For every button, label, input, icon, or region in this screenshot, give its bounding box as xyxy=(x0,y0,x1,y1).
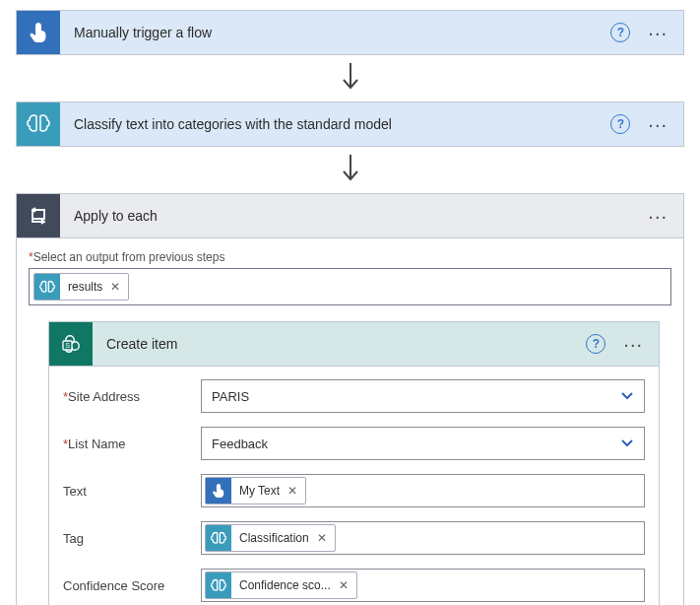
touch-icon xyxy=(206,478,231,504)
chip-remove-icon[interactable]: ✕ xyxy=(110,280,120,294)
brain-icon xyxy=(206,525,231,551)
brain-icon xyxy=(206,572,231,598)
brain-icon xyxy=(17,102,60,146)
input-tag[interactable]: Classification ✕ xyxy=(201,521,645,555)
arrow-icon xyxy=(16,55,684,101)
arrow-icon xyxy=(16,147,684,193)
value-list-name: Feedback xyxy=(212,437,268,451)
step-title: Apply to each xyxy=(74,208,644,224)
chip-my-text[interactable]: My Text ✕ xyxy=(205,477,306,504)
help-icon[interactable]: ? xyxy=(586,334,605,354)
chip-confidence-score[interactable]: Confidence sco... ✕ xyxy=(205,571,357,599)
chip-classification[interactable]: Classification ✕ xyxy=(205,524,336,552)
step-header[interactable]: Manually trigger a flow ? ··· xyxy=(17,11,683,54)
row-site-address: *Site Address PARIS xyxy=(49,372,659,420)
more-icon[interactable]: ··· xyxy=(644,213,671,219)
input-text[interactable]: My Text ✕ xyxy=(201,474,645,507)
row-list-name: *List Name Feedback xyxy=(49,420,659,467)
row-text: Text My Text ✕ xyxy=(49,467,659,514)
row-confidence: Confidence Score Confidence sco... ✕ xyxy=(49,562,659,605)
chevron-down-icon xyxy=(620,389,634,404)
create-item-body: *Site Address PARIS *List Name Feedback xyxy=(49,366,659,605)
label-site-address: *Site Address xyxy=(63,389,201,404)
select-list-name[interactable]: Feedback xyxy=(201,427,645,460)
step-classify: Classify text into categories with the s… xyxy=(16,101,684,147)
help-icon[interactable]: ? xyxy=(610,114,630,134)
chevron-down-icon xyxy=(620,437,634,451)
step-header[interactable]: S Create item ? ··· xyxy=(49,322,659,366)
select-output-label: *Select an output from previous steps xyxy=(29,250,671,264)
chip-label: Classification xyxy=(239,531,309,545)
step-header[interactable]: Classify text into categories with the s… xyxy=(17,102,683,146)
help-icon[interactable]: ? xyxy=(610,23,630,42)
more-icon[interactable]: ··· xyxy=(619,341,647,347)
label-list-name: *List Name xyxy=(63,437,201,451)
step-header[interactable]: Apply to each ··· xyxy=(17,194,683,237)
sharepoint-icon: S xyxy=(49,322,93,366)
select-site-address[interactable]: PARIS xyxy=(201,379,645,413)
apply-body: *Select an output from previous steps re… xyxy=(17,237,683,605)
chip-label: My Text xyxy=(239,484,280,498)
chip-results[interactable]: results ✕ xyxy=(33,273,129,301)
chip-label: Confidence sco... xyxy=(239,578,331,592)
chip-remove-icon[interactable]: ✕ xyxy=(339,578,349,592)
step-title: Classify text into categories with the s… xyxy=(74,116,610,132)
loop-icon xyxy=(17,194,60,237)
brain-icon xyxy=(34,274,60,300)
step-title: Manually trigger a flow xyxy=(74,25,610,40)
chip-remove-icon[interactable]: ✕ xyxy=(287,484,297,498)
more-icon[interactable]: ··· xyxy=(644,121,671,127)
step-trigger: Manually trigger a flow ? ··· xyxy=(16,10,684,55)
label-confidence: Confidence Score xyxy=(63,578,201,593)
touch-icon xyxy=(17,11,60,54)
svg-text:S: S xyxy=(65,342,70,349)
step-apply-to-each: Apply to each ··· *Select an output from… xyxy=(16,193,684,605)
step-title: Create item xyxy=(106,336,586,352)
input-confidence[interactable]: Confidence sco... ✕ xyxy=(201,569,645,602)
row-tag: Tag Classification ✕ xyxy=(49,514,659,562)
label-text: Text xyxy=(63,484,201,499)
more-icon[interactable]: ··· xyxy=(644,30,671,35)
label-tag: Tag xyxy=(63,531,201,546)
select-output-input[interactable]: results ✕ xyxy=(29,268,671,305)
chip-label: results xyxy=(68,280,102,294)
step-create-item: S Create item ? ··· *Site Address PARIS xyxy=(48,321,660,605)
value-site-address: PARIS xyxy=(212,389,249,404)
chip-remove-icon[interactable]: ✕ xyxy=(317,531,327,545)
